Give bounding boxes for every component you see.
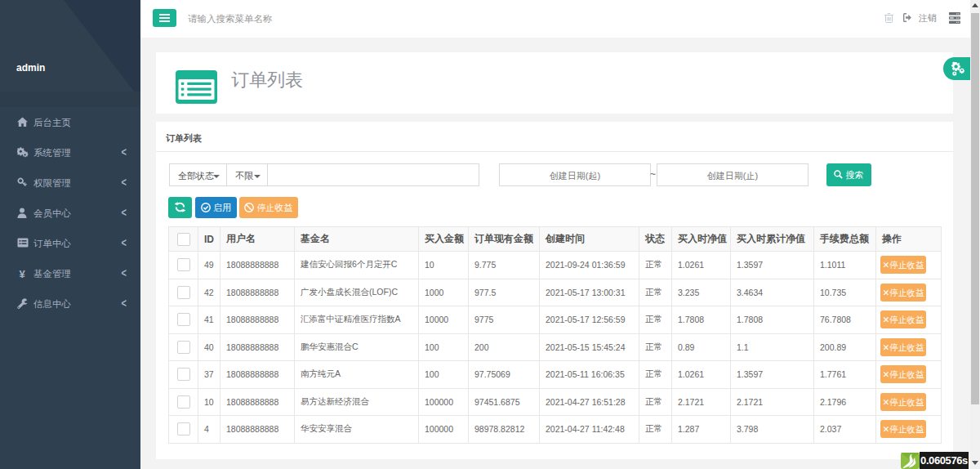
svg-text:¥: ¥	[19, 268, 25, 279]
